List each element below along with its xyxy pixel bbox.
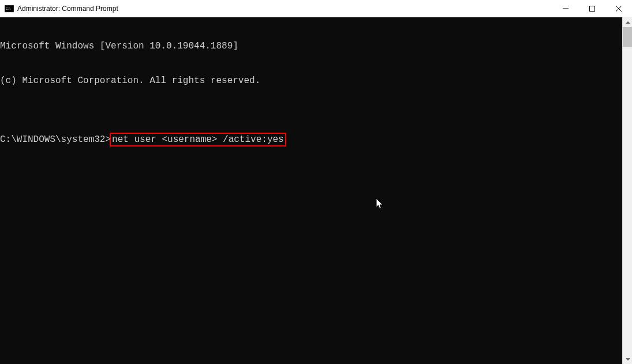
window-title: Administrator: Command Prompt	[17, 5, 552, 13]
vertical-scrollbar[interactable]	[622, 17, 632, 364]
titlebar: C:\ Administrator: Command Prompt	[0, 0, 632, 17]
content-area: Microsoft Windows [Version 10.0.19044.18…	[0, 17, 632, 364]
cmd-icon: C:\	[5, 4, 14, 13]
scroll-track[interactable]	[623, 27, 632, 354]
scroll-up-button[interactable]	[623, 17, 632, 27]
window-controls	[552, 0, 632, 17]
scroll-down-button[interactable]	[623, 354, 632, 364]
prompt-path: C:\WINDOWS\system32>	[0, 134, 111, 145]
scroll-thumb[interactable]	[623, 27, 632, 47]
minimize-button[interactable]	[552, 0, 579, 17]
maximize-button[interactable]	[579, 0, 605, 17]
highlighted-command: net user <username> /active:yes	[110, 133, 286, 147]
close-button[interactable]	[605, 0, 632, 17]
svg-rect-3	[590, 6, 595, 12]
terminal[interactable]: Microsoft Windows [Version 10.0.19044.18…	[0, 17, 622, 364]
command-text: net user <username> /active:yes	[112, 134, 284, 145]
mouse-cursor-icon	[332, 187, 384, 225]
copyright-line: (c) Microsoft Corporation. All rights re…	[0, 75, 622, 87]
version-line: Microsoft Windows [Version 10.0.19044.18…	[0, 40, 622, 52]
prompt-line: C:\WINDOWS\system32>net user <username> …	[0, 133, 622, 147]
svg-text:C:\: C:\	[6, 6, 11, 11]
command-prompt-window: C:\ Administrator: Command Prompt Micros…	[0, 0, 632, 364]
